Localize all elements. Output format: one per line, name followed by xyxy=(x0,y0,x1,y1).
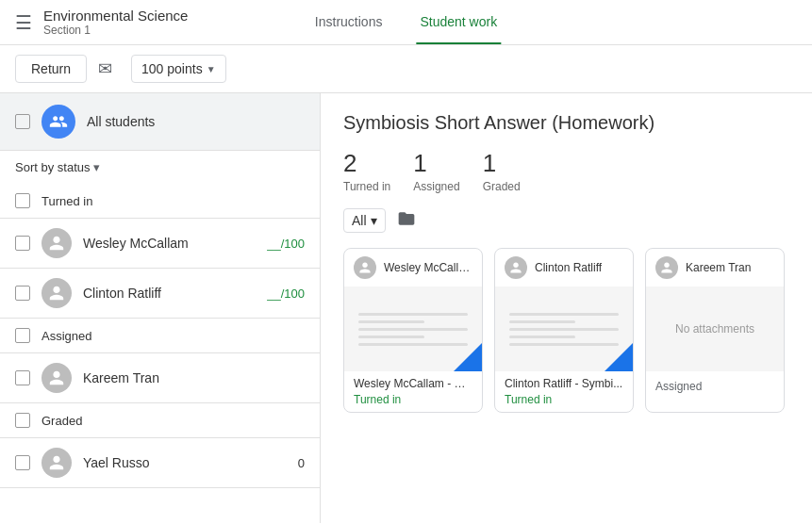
return-button[interactable]: Return xyxy=(15,55,87,83)
student-row-clinton[interactable]: Clinton Ratliff __/100 xyxy=(0,269,320,319)
card-no-attach-kareem: No attachments xyxy=(646,287,784,371)
stat-number-turned-in: 2 xyxy=(343,149,390,178)
name-yael: Yael Russo xyxy=(83,455,287,470)
stat-assigned: 1 Assigned xyxy=(413,149,482,193)
grade-yael: 0 xyxy=(298,456,305,470)
card-avatar-wesley xyxy=(354,256,376,279)
card-status-clinton: Turned in xyxy=(505,393,623,406)
grade-clinton: __/100 xyxy=(267,287,305,301)
assignment-title: Symbiosis Short Answer (Homework) xyxy=(343,112,789,134)
card-header-wesley: Wesley McCallam xyxy=(344,249,482,287)
header: ☰ Environmental Science Section 1 Instru… xyxy=(0,0,812,45)
card-name-clinton: Clinton Ratliff xyxy=(535,261,602,274)
course-info: Environmental Science Section 1 xyxy=(43,8,188,37)
turned-in-indicator-wesley xyxy=(454,343,482,371)
card-kareem[interactable]: Kareem Tran No attachments Assigned xyxy=(645,248,785,413)
card-avatar-clinton xyxy=(505,256,527,279)
right-panel: Symbiosis Short Answer (Homework) 2 Turn… xyxy=(321,93,812,523)
stats-row: 2 Turned in 1 Assigned 1 Graded xyxy=(343,149,789,193)
filter-row: All ▾ xyxy=(343,208,789,233)
tab-instructions[interactable]: Instructions xyxy=(311,1,387,44)
card-name-wesley: Wesley McCallam xyxy=(384,261,472,274)
sort-row[interactable]: Sort by status ▾ xyxy=(0,151,320,184)
section-name: Section 1 xyxy=(43,24,188,37)
card-thumb-clinton xyxy=(495,287,633,371)
avatar-wesley xyxy=(41,228,72,258)
card-status-kareem: Assigned xyxy=(655,380,774,393)
section-label-graded: Graded xyxy=(41,414,82,428)
section-turned-in: Turned in xyxy=(0,184,320,219)
cards-row: Wesley McCallam Wesley McCallam - Sy... … xyxy=(343,248,789,413)
all-students-icon xyxy=(41,105,75,139)
stat-graded: 1 Graded xyxy=(483,149,543,193)
stat-number-graded: 1 xyxy=(483,149,521,178)
card-title-clinton: Clinton Ratliff - Symbi... xyxy=(505,377,623,390)
name-wesley: Wesley McCallam xyxy=(83,236,256,251)
left-panel: All students Sort by status ▾ Turned in … xyxy=(0,93,321,523)
section-checkbox-assigned[interactable] xyxy=(15,328,30,343)
stat-label-turned-in: Turned in xyxy=(343,180,390,193)
filter-label: All xyxy=(352,213,367,228)
student-row-wesley[interactable]: Wesley McCallam __/100 xyxy=(0,219,320,269)
section-assigned: Assigned xyxy=(0,319,320,353)
card-name-kareem: Kareem Tran xyxy=(686,261,751,274)
avatar-clinton xyxy=(41,278,72,308)
mail-icon[interactable]: ✉ xyxy=(98,58,112,79)
section-label-turned-in: Turned in xyxy=(41,194,92,208)
filter-dropdown[interactable]: All ▾ xyxy=(343,208,386,233)
toolbar: Return ✉ 100 points ▼ xyxy=(0,45,812,93)
checkbox-wesley[interactable] xyxy=(15,236,30,251)
all-students-checkbox[interactable] xyxy=(15,114,30,129)
filter-chevron-icon: ▾ xyxy=(371,213,377,228)
all-students-label: All students xyxy=(87,114,155,129)
card-header-kareem: Kareem Tran xyxy=(646,249,784,287)
section-label-assigned: Assigned xyxy=(41,329,91,343)
name-kareem: Kareem Tran xyxy=(83,370,305,385)
checkbox-yael[interactable] xyxy=(15,455,30,470)
main-layout: All students Sort by status ▾ Turned in … xyxy=(0,93,812,523)
avatar-kareem xyxy=(41,363,72,393)
section-checkbox-graded[interactable] xyxy=(15,413,30,428)
stat-number-assigned: 1 xyxy=(413,149,459,178)
card-footer-kareem: Assigned xyxy=(646,371,784,399)
all-students-row[interactable]: All students xyxy=(0,93,320,151)
checkbox-clinton[interactable] xyxy=(15,286,30,301)
points-dropdown[interactable]: 100 points ▼ xyxy=(131,55,226,83)
folder-icon[interactable] xyxy=(397,209,416,233)
turned-in-indicator-clinton xyxy=(605,343,633,371)
name-clinton: Clinton Ratliff xyxy=(83,286,256,301)
card-thumb-wesley xyxy=(344,287,482,371)
chevron-down-icon: ▼ xyxy=(207,64,216,74)
card-avatar-kareem xyxy=(655,256,678,279)
card-footer-wesley: Wesley McCallam - Sy... Turned in xyxy=(344,371,482,412)
card-header-clinton: Clinton Ratliff xyxy=(495,249,633,287)
student-row-kareem[interactable]: Kareem Tran xyxy=(0,353,320,403)
sort-label: Sort by status xyxy=(15,160,90,174)
card-title-wesley: Wesley McCallam - Sy... xyxy=(354,377,472,390)
sort-chevron-icon: ▾ xyxy=(93,160,100,174)
header-tabs: Instructions Student work xyxy=(311,1,501,44)
avatar-yael xyxy=(41,448,72,478)
stat-label-assigned: Assigned xyxy=(413,180,459,193)
student-row-yael[interactable]: Yael Russo 0 xyxy=(0,438,320,488)
section-graded: Graded xyxy=(0,403,320,438)
stat-turned-in: 2 Turned in xyxy=(343,149,413,193)
card-clinton[interactable]: Clinton Ratliff Clinton Ratliff - Symbi.… xyxy=(494,248,634,413)
grade-wesley: __/100 xyxy=(267,237,305,251)
card-footer-clinton: Clinton Ratliff - Symbi... Turned in xyxy=(495,371,633,412)
tab-student-work[interactable]: Student work xyxy=(416,1,501,44)
checkbox-kareem[interactable] xyxy=(15,370,30,385)
stat-label-graded: Graded xyxy=(483,180,521,193)
course-name: Environmental Science xyxy=(43,8,188,24)
menu-icon[interactable]: ☰ xyxy=(15,11,32,34)
card-wesley[interactable]: Wesley McCallam Wesley McCallam - Sy... … xyxy=(343,248,483,413)
points-label: 100 points xyxy=(141,61,203,76)
section-checkbox-turned-in[interactable] xyxy=(15,193,30,208)
card-status-wesley: Turned in xyxy=(354,393,472,406)
